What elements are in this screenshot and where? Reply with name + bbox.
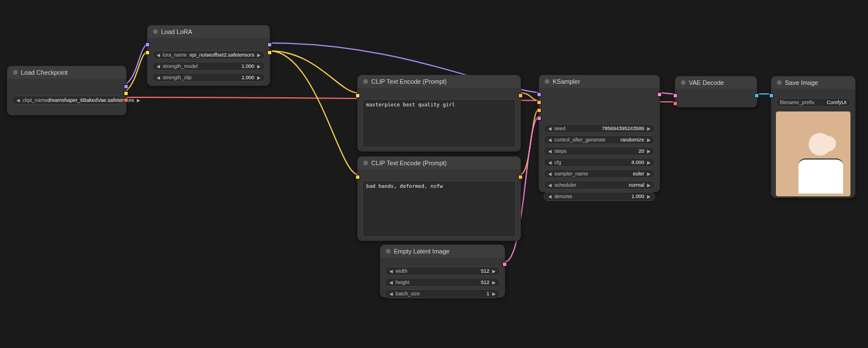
widget-scheduler[interactable]: ◀ scheduler normal ▶ xyxy=(544,181,655,190)
port-model-in[interactable] xyxy=(145,42,150,47)
arrow-right-icon[interactable]: ▶ xyxy=(645,160,652,165)
widget-steps[interactable]: ◀ steps 20 ▶ xyxy=(544,147,655,156)
port-latent-out[interactable] xyxy=(502,262,507,267)
port-clip-in[interactable] xyxy=(355,175,360,179)
widget-cfg[interactable]: ◀ cfg 8.000 ▶ xyxy=(544,158,655,167)
widget-ckpt-name[interactable]: ◀ ckpt_name dreamshaper_6BakedVae.safete… xyxy=(12,96,121,105)
arrow-left-icon[interactable]: ◀ xyxy=(388,280,394,285)
arrow-right-icon[interactable]: ▶ xyxy=(645,126,652,131)
collapse-dot-icon[interactable] xyxy=(545,79,549,84)
node-header[interactable]: CLIP Text Encode (Prompt) xyxy=(358,157,520,169)
node-vae-decode[interactable]: VAE Decode xyxy=(675,76,757,108)
arrow-right-icon[interactable]: ▶ xyxy=(491,280,497,285)
widget-batch-size[interactable]: ◀ batch_size 1 ▶ xyxy=(385,289,500,298)
arrow-right-icon[interactable]: ▶ xyxy=(645,138,652,143)
widget-strength-model[interactable]: ◀ strength_model 1.000 ▶ xyxy=(152,62,265,71)
port-images-in[interactable] xyxy=(769,93,774,98)
node-header[interactable]: Load Checkpoint xyxy=(7,66,126,79)
arrow-left-icon[interactable]: ◀ xyxy=(388,269,394,274)
collapse-dot-icon[interactable] xyxy=(153,29,158,34)
node-clip-text-encode-negative[interactable]: CLIP Text Encode (Prompt) bad hands, def… xyxy=(357,156,521,241)
port-latent-in[interactable] xyxy=(537,116,541,121)
node-header[interactable]: CLIP Text Encode (Prompt) xyxy=(358,75,520,88)
port-clip-in[interactable] xyxy=(145,50,150,55)
arrow-left-icon[interactable]: ◀ xyxy=(546,160,553,165)
widget-filename-prefix[interactable]: filename_prefix ComfyUI xyxy=(776,98,850,107)
port-conditioning-out[interactable] xyxy=(518,175,523,179)
widget-value: epi_noiseoffset2.safetensors xyxy=(187,52,255,58)
output-image-preview[interactable] xyxy=(776,111,850,196)
widget-value: 8.000 xyxy=(561,160,645,165)
collapse-dot-icon[interactable] xyxy=(363,161,368,165)
arrow-left-icon[interactable]: ◀ xyxy=(155,75,162,80)
node-empty-latent-image[interactable]: Empty Latent Image ◀ width 512 ▶ ◀ heigh… xyxy=(380,244,505,298)
prompt-textarea[interactable]: bad hands, deformed, nsfw xyxy=(362,181,516,237)
collapse-dot-icon[interactable] xyxy=(777,80,782,85)
node-load-checkpoint[interactable]: Load Checkpoint ◀ ckpt_name dreamshaper_… xyxy=(7,66,127,115)
port-positive-in[interactable] xyxy=(537,100,541,105)
node-title: Empty Latent Image xyxy=(394,248,449,255)
node-ksampler[interactable]: KSampler ◀ seed 785694395243586 ▶ ◀ cont… xyxy=(539,75,660,192)
arrow-left-icon[interactable]: ◀ xyxy=(155,64,162,69)
port-image-out[interactable] xyxy=(754,93,759,98)
widget-sampler-name[interactable]: ◀ sampler_name euler ▶ xyxy=(544,169,655,178)
widget-value: 20 xyxy=(567,148,645,154)
port-model-in[interactable] xyxy=(537,92,541,97)
port-clip-out[interactable] xyxy=(267,50,272,55)
arrow-left-icon[interactable]: ◀ xyxy=(388,291,394,297)
port-latent-out[interactable] xyxy=(657,92,662,97)
node-save-image[interactable]: Save Image filename_prefix ComfyUI xyxy=(771,76,856,198)
node-title: Save Image xyxy=(785,79,818,86)
arrow-left-icon[interactable]: ◀ xyxy=(546,194,553,199)
arrow-right-icon[interactable]: ▶ xyxy=(645,149,652,154)
node-header[interactable]: Load LoRA xyxy=(147,25,270,38)
port-vae-out[interactable] xyxy=(124,98,128,102)
arrow-right-icon[interactable]: ▶ xyxy=(491,269,497,274)
node-header[interactable]: KSampler xyxy=(539,75,659,88)
widget-seed[interactable]: ◀ seed 785694395243586 ▶ xyxy=(544,124,655,133)
widget-value: 512 xyxy=(407,268,491,274)
arrow-left-icon[interactable]: ◀ xyxy=(546,149,553,154)
widget-denoise[interactable]: ◀ denoise 1.000 ▶ xyxy=(544,192,655,201)
port-conditioning-out[interactable] xyxy=(518,93,523,98)
arrow-right-icon[interactable]: ▶ xyxy=(645,194,652,199)
node-header[interactable]: VAE Decode xyxy=(675,76,757,89)
prompt-textarea[interactable]: masterpiece best quality girl xyxy=(362,99,516,148)
port-model-out[interactable] xyxy=(124,84,128,89)
widget-height[interactable]: ◀ height 512 ▶ xyxy=(385,278,500,287)
widget-label: lora_name xyxy=(162,52,187,58)
widget-strength-clip[interactable]: ◀ strength_clip 1.000 ▶ xyxy=(152,73,265,82)
arrow-right-icon[interactable]: ▶ xyxy=(255,75,262,80)
port-negative-in[interactable] xyxy=(537,108,541,113)
arrow-left-icon[interactable]: ◀ xyxy=(546,126,553,131)
node-header[interactable]: Save Image xyxy=(771,76,855,89)
node-title: Load Checkpoint xyxy=(21,69,68,76)
arrow-left-icon[interactable]: ◀ xyxy=(15,98,21,103)
arrow-right-icon[interactable]: ▶ xyxy=(255,53,262,58)
arrow-right-icon[interactable]: ▶ xyxy=(645,171,652,177)
widget-label: width xyxy=(394,268,407,274)
collapse-dot-icon[interactable] xyxy=(386,249,390,254)
collapse-dot-icon[interactable] xyxy=(13,70,18,75)
arrow-left-icon[interactable]: ◀ xyxy=(546,138,553,143)
port-vae-in[interactable] xyxy=(673,101,678,106)
node-clip-text-encode-positive[interactable]: CLIP Text Encode (Prompt) masterpiece be… xyxy=(357,75,521,152)
arrow-left-icon[interactable]: ◀ xyxy=(155,53,162,58)
port-clip-out[interactable] xyxy=(124,91,128,96)
arrow-right-icon[interactable]: ▶ xyxy=(645,183,652,188)
arrow-right-icon[interactable]: ▶ xyxy=(491,291,497,297)
widget-control-after-generate[interactable]: ◀ control_after_generate randomize ▶ xyxy=(544,135,655,144)
arrow-right-icon[interactable]: ▶ xyxy=(135,98,142,103)
collapse-dot-icon[interactable] xyxy=(681,80,685,85)
arrow-left-icon[interactable]: ◀ xyxy=(546,183,553,188)
arrow-right-icon[interactable]: ▶ xyxy=(255,64,262,69)
arrow-left-icon[interactable]: ◀ xyxy=(546,171,553,177)
node-load-lora[interactable]: Load LoRA ◀ lora_name epi_noiseoffset2.s… xyxy=(147,25,270,86)
widget-width[interactable]: ◀ width 512 ▶ xyxy=(385,267,500,276)
port-samples-in[interactable] xyxy=(673,93,678,98)
port-clip-in[interactable] xyxy=(355,93,360,98)
widget-lora-name[interactable]: ◀ lora_name epi_noiseoffset2.safetensors… xyxy=(152,50,265,59)
port-model-out[interactable] xyxy=(267,42,272,47)
collapse-dot-icon[interactable] xyxy=(363,79,368,84)
node-header[interactable]: Empty Latent Image xyxy=(380,245,505,257)
